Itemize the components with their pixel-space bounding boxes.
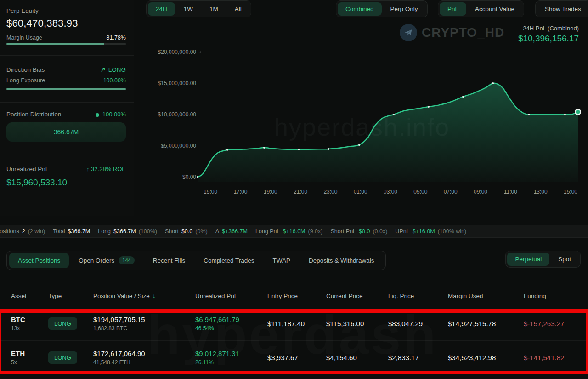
- long-exposure-label: Long Exposure: [6, 77, 45, 84]
- summary-short-pnl: Short PnL$0.0(0.0x): [330, 228, 387, 235]
- col-asset[interactable]: Asset: [11, 293, 48, 299]
- positions-summary-bar: Positions2(2 win) Total$366.7M Long$366.…: [0, 225, 588, 238]
- tab-asset-positions[interactable]: Asset Positions: [9, 253, 69, 268]
- data-point-dot: [462, 96, 464, 98]
- x-axis-tick: 15:00: [564, 189, 577, 195]
- funding: $-141,541.82: [524, 354, 588, 362]
- tab-perpetual[interactable]: Perpetual: [507, 253, 549, 266]
- asset-symbol: ETH: [11, 350, 48, 357]
- x-axis-tick: 15:00: [204, 189, 217, 195]
- pnl-area-chart: hyperdash.info $0.00$5,000,000.00$10,000…: [138, 0, 588, 202]
- tab-completed-trades[interactable]: Completed Trades: [195, 253, 263, 268]
- data-point-dot: [528, 114, 530, 115]
- market-toggle: Perpetual Spot: [505, 251, 581, 268]
- entry-price: $3,937.67: [267, 354, 326, 362]
- position-distribution-size[interactable]: 366.67M: [6, 122, 126, 142]
- table-header-row: Asset Type Position Value / Size↓ Unreal…: [0, 285, 588, 306]
- dashboard: Perp Equity $60,470,383.93 Margin Usage …: [0, 0, 588, 379]
- data-point-dot: [564, 114, 566, 115]
- summary-long: Long$366.7M(100%): [98, 228, 157, 235]
- summary-delta: Δ$+366.7M: [215, 228, 248, 235]
- data-point-dot: [492, 82, 494, 84]
- data-point-dot: [298, 149, 300, 150]
- green-dot-icon: [96, 113, 99, 117]
- col-entry-price[interactable]: Entry Price: [267, 293, 326, 299]
- data-point-dot: [428, 106, 430, 108]
- axis-dot: [199, 51, 201, 52]
- perp-equity-label: Perp Equity: [6, 7, 39, 14]
- liq-price: $83,047.29: [388, 320, 448, 327]
- current-price: $4,154.60: [326, 354, 388, 362]
- unrealized-pnl: $9,012,871.31: [195, 350, 267, 357]
- unrealized-pnl: $6,947,661.79: [195, 316, 267, 323]
- position-distribution-label: Position Distribution: [6, 111, 61, 118]
- data-point-dot: [328, 148, 329, 150]
- data-point-dot: [197, 176, 198, 178]
- x-axis-tick: 11:00: [504, 189, 517, 195]
- sort-desc-icon: ↓: [153, 293, 156, 299]
- x-axis-tick: 17:00: [233, 189, 247, 195]
- direction-bias-label: Direction Bias: [6, 66, 45, 73]
- y-axis-tick: $20,000,000.00: [158, 49, 197, 55]
- liq-price: $2,833.17: [388, 354, 448, 362]
- tab-twap[interactable]: TWAP: [264, 253, 300, 268]
- data-point-dot: [263, 147, 265, 149]
- tab-open-orders[interactable]: Open Orders144: [70, 252, 143, 269]
- col-funding[interactable]: Funding: [524, 293, 588, 299]
- table-row-btc[interactable]: BTC13x LONG $194,057,705.151,682.83 BTC …: [0, 306, 588, 340]
- x-axis-tick: 05:00: [413, 189, 427, 195]
- x-axis-tick: 01:00: [354, 189, 368, 195]
- account-summary-sidebar: Perp Equity $60,470,383.93 Margin Usage …: [0, 0, 134, 216]
- table-row-eth[interactable]: ETH5x LONG $172,617,064.9041,548.42 ETH …: [0, 340, 588, 374]
- col-margin-used[interactable]: Margin Used: [448, 293, 524, 299]
- col-type[interactable]: Type: [48, 293, 93, 299]
- margin-used: $34,523,412.98: [448, 354, 524, 362]
- x-axis-tick: 09:00: [474, 189, 487, 195]
- summary-positions: Positions2(2 win): [0, 228, 45, 235]
- position-size: 41,548.42 ETH: [93, 359, 195, 366]
- long-exposure-value: 100.00%: [103, 77, 126, 84]
- unrealized-pnl-roe: ↑ 32.28% ROE: [86, 166, 126, 172]
- y-axis-tick: $5,000,000.00: [161, 143, 196, 149]
- x-axis-tick: 13:00: [534, 189, 548, 195]
- position-size: 1,682.83 BTC: [93, 325, 195, 332]
- current-price: $115,316.00: [326, 320, 388, 327]
- long-exposure-bar: [6, 88, 126, 90]
- asset-symbol: BTC: [11, 316, 48, 323]
- unrealized-pnl-pct: 26.11%: [195, 359, 267, 366]
- tab-recent-fills[interactable]: Recent Fills: [144, 253, 194, 268]
- long-badge: LONG: [48, 351, 77, 364]
- unrealized-pnl-value: $15,960,533.10: [6, 178, 67, 188]
- x-axis-tick: 21:00: [294, 189, 307, 195]
- direction-bias-value: ↗LONG: [100, 66, 126, 73]
- asset-positions-table: Asset Type Position Value / Size↓ Unreal…: [0, 285, 588, 374]
- margin-usage-bar: [6, 43, 126, 45]
- x-axis-tick: 19:00: [264, 189, 277, 195]
- summary-upnl: UPnL$+16.0M(100% win): [395, 228, 466, 235]
- entry-price: $111,187.40: [267, 320, 326, 327]
- open-orders-badge: 144: [119, 256, 134, 264]
- asset-leverage: 13x: [11, 325, 48, 332]
- margin-usage-label: Margin Usage: [6, 34, 42, 41]
- x-axis-tick: 23:00: [323, 189, 337, 195]
- summary-long-pnl: Long PnL$+16.0M(9.0x): [255, 228, 322, 235]
- summary-short: Short$0.0(0%): [165, 228, 208, 235]
- col-current-price[interactable]: Current Price: [326, 293, 388, 299]
- tab-spot[interactable]: Spot: [550, 253, 579, 266]
- asset-leverage: 5x: [11, 359, 48, 366]
- hyperdash-chart-watermark: hyperdash.info: [274, 113, 450, 141]
- margin-used: $14,927,515.78: [448, 320, 524, 327]
- col-unrealized-pnl[interactable]: Unrealized PnL: [195, 293, 267, 299]
- y-axis-tick: $0.00: [182, 174, 196, 180]
- tab-deposits-withdrawals[interactable]: Deposits & Withdrawals: [300, 253, 383, 268]
- position-value: $172,617,064.90: [93, 350, 195, 357]
- x-axis-tick: 03:00: [384, 189, 397, 195]
- summary-total: Total$366.7M: [53, 228, 90, 235]
- trend-up-icon: ↗: [100, 66, 106, 73]
- data-point-dot: [393, 114, 395, 115]
- positions-tabs: Asset Positions Open Orders144 Recent Fi…: [6, 251, 386, 270]
- margin-usage-value: 81.78%: [107, 34, 126, 41]
- perp-equity-value: $60,470,383.93: [6, 17, 78, 29]
- col-position-value[interactable]: Position Value / Size↓: [93, 293, 195, 299]
- col-liq-price[interactable]: Liq. Price: [388, 293, 448, 299]
